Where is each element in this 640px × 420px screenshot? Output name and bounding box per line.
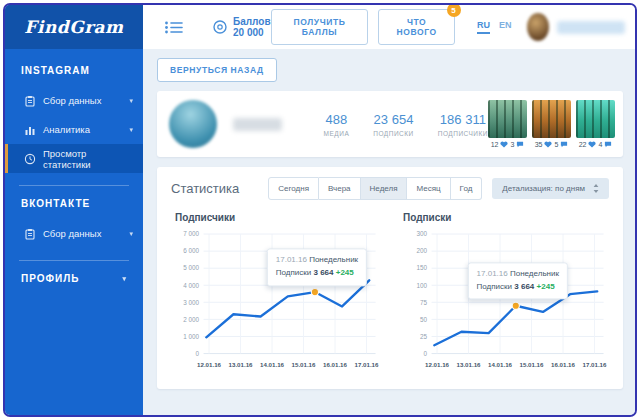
sidebar-item-label: Сбор данных (43, 228, 101, 239)
tab-week[interactable]: Неделя (361, 177, 408, 200)
media-image[interactable] (576, 100, 615, 138)
svg-text:75: 75 (420, 299, 428, 306)
tab-yesterday[interactable]: Вчера (319, 177, 361, 200)
whats-new-button[interactable]: ЧТО НОВОГО 5 (378, 9, 454, 45)
points-balance[interactable]: Баллов 20 000 (213, 16, 271, 38)
stat-media: 488 МЕДИА (324, 112, 350, 137)
heart-icon (544, 141, 552, 148)
comment-icon (604, 141, 612, 148)
svg-text:14.01.16: 14.01.16 (260, 361, 284, 368)
media-thumbnail[interactable]: 12 3 (488, 100, 527, 148)
following-chart: Подписки 025507510015020030012.01.1613.0… (399, 208, 609, 381)
get-points-button[interactable]: ПОЛУЧИТЬ БАЛЛЫ (271, 9, 369, 45)
heart-icon (500, 141, 508, 148)
comment-icon (516, 141, 524, 148)
chart-tooltip: 17.01.16 Понедельник Подписки 3 664 +245 (468, 262, 568, 300)
clipboard-icon (24, 228, 36, 240)
svg-text:12.01.16: 12.01.16 (197, 361, 221, 368)
sidebar-section-instagram: INSTAGRAM (5, 65, 143, 76)
svg-text:7 000: 7 000 (183, 230, 199, 237)
sidebar-item-analytics[interactable]: Аналитика ▾ (5, 115, 143, 144)
svg-text:0: 0 (196, 350, 200, 357)
user-avatar[interactable] (527, 13, 549, 41)
svg-text:5 000: 5 000 (183, 264, 199, 271)
bar-chart-icon (24, 124, 36, 136)
profile-username-blurred (233, 118, 282, 131)
svg-text:200: 200 (416, 247, 427, 254)
media-thumbnail[interactable]: 22 4 (576, 100, 615, 148)
tab-month[interactable]: Месяц (407, 177, 450, 200)
sidebar-section-vkontakte: ВКОНТАКТЕ (5, 198, 143, 209)
sidebar-item-data-collection[interactable]: Сбор данных ▾ (5, 86, 143, 115)
svg-text:150: 150 (416, 264, 427, 271)
chevron-down-icon: ▾ (129, 230, 133, 238)
svg-text:300: 300 (416, 230, 427, 237)
sidebar-item-label: Сбор данных (43, 95, 101, 106)
content-area: ВЕРНУТЬСЯ НАЗАД 488 МЕДИА 23 654 ПОДПИСК… (143, 49, 635, 415)
following-line-chart: 025507510015020030012.01.1613.01.1614.01… (399, 225, 609, 381)
svg-text:15.01.16: 15.01.16 (292, 361, 316, 368)
tab-today[interactable]: Сегодня (268, 177, 319, 200)
media-thumbnail[interactable]: 35 5 (532, 100, 571, 148)
sidebar: FindGram INSTAGRAM Сбор данных ▾ Аналити… (5, 5, 143, 415)
chevron-down-icon: ▾ (129, 97, 133, 105)
svg-text:2 000: 2 000 (183, 316, 199, 323)
heart-icon (588, 141, 596, 148)
lang-en-link[interactable]: EN (499, 20, 512, 34)
svg-text:25: 25 (420, 333, 428, 340)
followers-chart: Подписчики 01 0002 0003 0004 0005 0006 0… (171, 208, 381, 381)
topbar: Баллов 20 000 ПОЛУЧИТЬ БАЛЛЫ ЧТО НОВОГО … (143, 5, 635, 49)
stat-following: 23 654 ПОДПИСКИ (373, 112, 413, 137)
sidebar-section-profile[interactable]: ПРОФИЛЬ ▾ (5, 273, 143, 284)
sidebar-item-view-statistics[interactable]: Просмотр статистики (5, 144, 143, 173)
profile-avatar[interactable] (169, 100, 217, 148)
chart-tooltip: 17.01.16 Понедельник Подписки 3 664 +245 (267, 248, 367, 286)
svg-text:50: 50 (420, 316, 428, 323)
recent-media-thumbnails: 12 3 35 5 (488, 100, 615, 148)
svg-text:6 000: 6 000 (183, 247, 199, 254)
svg-text:4 000: 4 000 (183, 282, 199, 289)
svg-text:16.01.16: 16.01.16 (551, 361, 575, 368)
svg-text:3 000: 3 000 (183, 299, 199, 306)
svg-text:17.01.16: 17.01.16 (355, 361, 379, 368)
svg-text:17.01.16: 17.01.16 (583, 361, 607, 368)
app-window: FindGram INSTAGRAM Сбор данных ▾ Аналити… (3, 3, 637, 417)
svg-text:1 000: 1 000 (183, 333, 199, 340)
sidebar-divider (19, 185, 129, 186)
chevron-down-icon: ▾ (122, 275, 127, 283)
clipboard-icon (24, 95, 36, 107)
svg-text:100: 100 (416, 282, 427, 289)
detail-level-dropdown[interactable]: Детализация: по дням (492, 178, 609, 199)
back-button[interactable]: ВЕРНУТЬСЯ НАЗАД (157, 58, 277, 82)
profile-stats: 488 МЕДИА 23 654 ПОДПИСКИ 186 311 ПОДПИС… (324, 112, 488, 137)
profile-card: 488 МЕДИА 23 654 ПОДПИСКИ 186 311 ПОДПИС… (157, 91, 623, 157)
lang-ru-link[interactable]: RU (477, 20, 490, 34)
svg-text:12.01.16: 12.01.16 (425, 361, 449, 368)
notification-badge: 5 (447, 3, 461, 17)
sidebar-item-label: Аналитика (43, 124, 90, 135)
chevron-down-icon: ▾ (129, 126, 133, 134)
app-logo[interactable]: FindGram (5, 5, 143, 49)
user-name-blurred (557, 21, 625, 34)
statistics-title: Статистика (171, 181, 239, 196)
period-tabs: Сегодня Вчера Неделя Месяц Год (268, 177, 482, 200)
comment-icon (560, 141, 568, 148)
tab-year[interactable]: Год (451, 177, 483, 200)
points-label: Баллов 20 000 (233, 16, 271, 38)
media-image[interactable] (532, 100, 571, 138)
sidebar-item-label: Просмотр статистики (43, 148, 133, 170)
svg-text:16.01.16: 16.01.16 (323, 361, 347, 368)
sidebar-divider (19, 260, 129, 261)
svg-text:14.01.16: 14.01.16 (488, 361, 512, 368)
coin-icon (213, 20, 227, 34)
svg-text:15.01.16: 15.01.16 (520, 361, 544, 368)
sidebar-item-vk-data-collection[interactable]: Сбор данных ▾ (5, 219, 143, 248)
sort-arrows-icon (593, 184, 599, 193)
menu-list-icon[interactable] (165, 21, 183, 34)
svg-text:0: 0 (424, 350, 428, 357)
statistics-card: Статистика Сегодня Вчера Неделя Месяц Го… (157, 167, 623, 389)
svg-text:13.01.16: 13.01.16 (457, 361, 481, 368)
clock-icon (24, 153, 36, 165)
media-image[interactable] (488, 100, 527, 138)
stat-followers: 186 311 ПОДПИСЧИКИ (438, 112, 488, 137)
